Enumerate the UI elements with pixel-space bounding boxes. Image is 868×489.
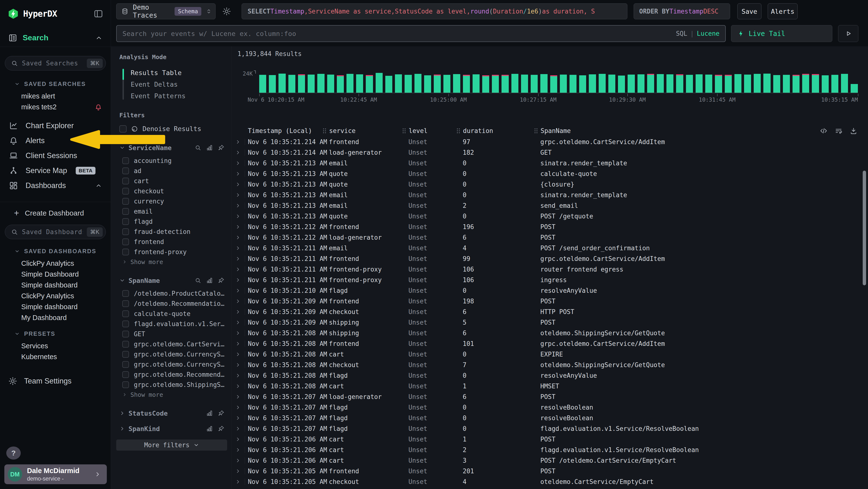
histogram-bar[interactable] (512, 74, 518, 93)
table-row[interactable]: Nov 6 10:35:21.205 AM frontend Unset 201… (235, 466, 861, 477)
language-toggle-lucene[interactable]: Lucene (697, 30, 719, 37)
histogram-bar[interactable] (317, 74, 324, 93)
histogram-bar[interactable] (754, 74, 761, 93)
histogram-bar[interactable] (793, 75, 800, 93)
histogram-bar[interactable] (337, 75, 344, 93)
histogram-bar[interactable] (366, 75, 373, 93)
histogram-bar[interactable] (395, 74, 402, 93)
histogram-bar[interactable] (298, 74, 305, 93)
analysis-mode-event-patterns[interactable]: Event Patterns (131, 90, 224, 102)
expand-row-icon[interactable] (235, 394, 248, 400)
save-button[interactable]: Save (737, 3, 762, 19)
histogram-bar[interactable] (744, 75, 751, 93)
histogram-bar[interactable] (705, 75, 712, 93)
collapse-sidebar-button[interactable] (93, 9, 103, 19)
facet-value-checkbox[interactable]: frontend-proxy (119, 247, 224, 257)
table-row[interactable]: Nov 6 10:35:21.211 AM frontend Unset 99 … (235, 253, 861, 264)
saved-dashboard-item[interactable]: My Dashboard (0, 312, 111, 323)
table-row[interactable]: Nov 6 10:35:21.213 AM quote Unset 0 {clo… (235, 179, 861, 190)
histogram-bar[interactable] (638, 74, 645, 93)
expand-row-icon[interactable] (235, 447, 248, 453)
facet-value-checkbox[interactable]: flagd.evaluation.v1.Ser… (119, 319, 224, 329)
column-header-timestamp-local-[interactable]: Timestamp (Local) (248, 127, 329, 135)
facet-chart-icon[interactable] (206, 410, 213, 416)
facet-value-checkbox[interactable]: checkout (119, 186, 224, 196)
expand-row-icon[interactable] (235, 479, 248, 485)
histogram-bar[interactable] (308, 75, 315, 93)
histogram-bar[interactable] (608, 75, 615, 93)
preset-item[interactable]: Kubernetes (0, 351, 111, 362)
chevron-up-icon[interactable] (95, 34, 102, 41)
expand-row-icon[interactable] (235, 341, 248, 347)
alerts-button[interactable]: Alerts (768, 3, 798, 19)
facet-value-checkbox[interactable]: flagd (119, 217, 224, 227)
histogram-bar[interactable] (376, 73, 383, 93)
saved-dashboard-item[interactable]: ClickPy Analytics (0, 258, 111, 269)
table-row[interactable]: Nov 6 10:35:21.206 AM cart Unset 3 POST … (235, 455, 861, 466)
sidebar-item-team-settings[interactable]: Team Settings (0, 374, 111, 389)
column-header-service[interactable]: service (329, 127, 408, 135)
histogram-bar[interactable] (463, 75, 470, 93)
event-search-input[interactable]: Search your events w/ Lucene ex. column:… (116, 25, 726, 42)
histogram-bar[interactable] (288, 75, 296, 93)
histogram-bar[interactable] (841, 74, 848, 93)
expand-row-icon[interactable] (235, 426, 248, 432)
histogram-bar[interactable] (812, 74, 819, 93)
histogram-bar[interactable] (424, 75, 431, 93)
histogram-bar[interactable] (676, 74, 683, 93)
schema-badge[interactable]: Schema (175, 7, 201, 16)
show-more-button[interactable]: Show more (119, 390, 224, 399)
checkbox[interactable] (122, 157, 129, 164)
drag-handle-icon[interactable] (323, 128, 326, 134)
drag-handle-icon[interactable] (403, 128, 406, 134)
histogram-bar[interactable] (686, 75, 693, 93)
table-row[interactable]: Nov 6 10:35:21.208 AM cart Unset 0 EXPIR… (235, 349, 861, 359)
histogram-bar[interactable] (666, 74, 674, 93)
histogram-bar[interactable] (657, 74, 664, 93)
table-row[interactable]: Nov 6 10:35:21.206 AM cart Unset 2 flagd… (235, 444, 861, 455)
histogram[interactable]: 24K Nov 6 10:20:15 AM10:22:45 AM10:25:00… (259, 46, 858, 104)
source-settings-gear-icon[interactable] (221, 7, 232, 16)
language-toggle-sql[interactable]: SQL (676, 30, 687, 37)
sidebar-item-dashboards[interactable]: Dashboards (0, 178, 111, 193)
analysis-mode-results-table[interactable]: Results Table (131, 67, 224, 79)
expand-row-icon[interactable] (235, 351, 248, 357)
play-button[interactable] (838, 25, 858, 42)
table-row[interactable]: Nov 6 10:35:21.206 AM cart Unset 1 POST (235, 434, 861, 444)
histogram-bar[interactable] (482, 75, 489, 93)
expand-row-icon[interactable] (235, 309, 248, 315)
column-header-level[interactable]: level (408, 127, 463, 135)
histogram-bar[interactable] (783, 75, 790, 93)
histogram-bar[interactable] (327, 75, 334, 93)
histogram-bar[interactable] (385, 76, 392, 93)
checkbox[interactable] (122, 178, 129, 184)
checkbox[interactable] (122, 310, 129, 317)
histogram-bar[interactable] (278, 74, 285, 93)
chevron-right-icon[interactable] (119, 410, 125, 416)
saved-searches-input[interactable]: Saved Searches ⌘K (5, 56, 106, 70)
table-row[interactable]: Nov 6 10:35:21.211 AM frontend-proxy Uns… (235, 275, 861, 285)
table-row[interactable]: Nov 6 10:35:21.214 AM load-generator Uns… (235, 147, 861, 158)
checkbox[interactable] (122, 381, 129, 388)
facet-value-checkbox[interactable]: currency (119, 196, 224, 206)
expand-row-icon[interactable] (235, 202, 248, 209)
expand-row-icon[interactable] (235, 468, 248, 474)
histogram-bar[interactable] (356, 74, 363, 93)
checkbox[interactable] (122, 238, 129, 245)
facet-value-checkbox[interactable]: ad (119, 166, 224, 176)
facet-value-checkbox[interactable]: frontend (119, 237, 224, 247)
histogram-bar[interactable] (405, 75, 411, 93)
histogram-bar[interactable] (560, 75, 567, 93)
histogram-bar[interactable] (492, 75, 499, 93)
facet-chart-icon[interactable] (206, 144, 213, 151)
table-row[interactable]: Nov 6 10:35:21.214 AM frontend Unset 97 … (235, 137, 861, 147)
table-row[interactable]: Nov 6 10:35:21.208 AM checkout Unset 7 o… (235, 359, 861, 370)
checkbox[interactable] (122, 218, 129, 225)
table-row[interactable]: Nov 6 10:35:21.211 AM frontend-proxy Uns… (235, 264, 861, 275)
source-select[interactable]: Demo Traces Schema (116, 3, 216, 19)
facet-value-checkbox[interactable]: calculate-quote (119, 309, 224, 319)
facet-value-checkbox[interactable]: cart (119, 176, 224, 186)
table-row[interactable]: Nov 6 10:35:21.207 AM load-generator Uns… (235, 392, 861, 402)
order-by-input[interactable]: ORDER BY Timestamp DESC (633, 3, 730, 19)
checkbox[interactable] (122, 361, 129, 368)
